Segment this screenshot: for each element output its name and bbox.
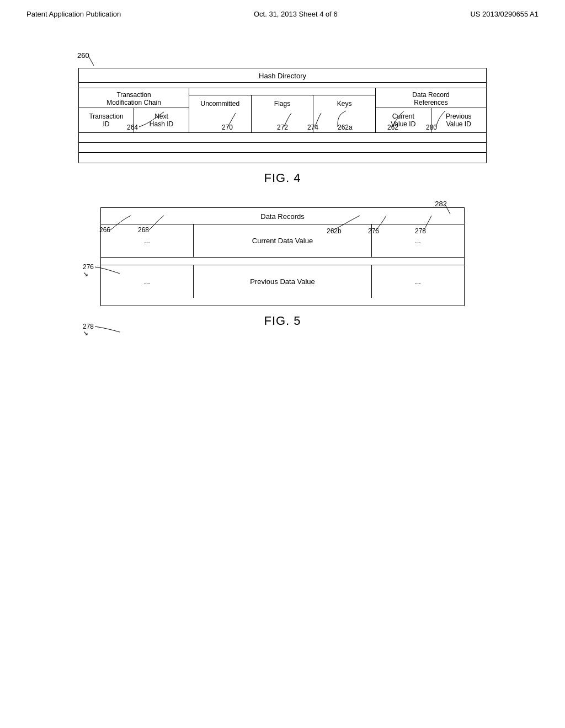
hash-directory-title: Hash Directory [259, 72, 306, 80]
header-center: Oct. 31, 2013 Sheet 4 of 6 [254, 10, 338, 18]
box-282: Data Records ... Current Data Value ... [100, 207, 465, 306]
fig4-caption: FIG. 4 [44, 171, 521, 185]
previous-cell-left: ... [101, 265, 194, 298]
tmc-cells: TransactionID NextHash ID [79, 108, 189, 132]
fig4-diagram: 260 Hash Directory TransactionModificati… [67, 68, 498, 163]
drc-cells: CurrentValue ID PreviousValue ID [376, 108, 486, 132]
middle-cells: Uncommitted Flags Keys [189, 95, 375, 132]
drc-box: Data RecordReferences CurrentValue ID Pr… [376, 88, 486, 132]
tmc-cell-2: NextHash ID [134, 108, 189, 132]
data-row-1 [79, 133, 486, 143]
inner-row: TransactionModification Chain Transactio… [79, 88, 486, 133]
current-cell-main: Current Data Value [194, 224, 372, 257]
header-left: Patent Application Publication [26, 10, 121, 18]
fig5-spacer [101, 258, 464, 265]
previous-cell-main: Previous Data Value [194, 265, 372, 298]
middle-cell-keys: Keys [313, 95, 375, 132]
svg-text:↘: ↘ [83, 270, 88, 278]
current-data-row: ... Current Data Value ... [101, 224, 464, 258]
hash-directory-header: Hash Directory [79, 68, 486, 83]
previous-cell-right: ... [372, 265, 464, 298]
header-right: US 2013/0290655 A1 [470, 10, 539, 18]
tmc-title: TransactionModification Chain [79, 88, 189, 108]
box-260: Hash Directory TransactionModification C… [78, 68, 487, 163]
drc-cell-previous: PreviousValue ID [431, 108, 487, 132]
label-260: 260 [77, 51, 89, 60]
drc-cell-current: CurrentValue ID [376, 108, 431, 132]
data-records-title: Data Records [260, 212, 304, 221]
patent-header: Patent Application Publication Oct. 31, … [0, 0, 565, 24]
svg-text:↘: ↘ [83, 329, 88, 337]
data-row-2 [79, 143, 486, 153]
fig5-caption: FIG. 5 [44, 314, 521, 328]
previous-data-row: ... Previous Data Value ... [101, 265, 464, 298]
separator-1 [79, 83, 486, 88]
drc-title: Data RecordReferences [376, 88, 486, 108]
svg-text:276: 276 [83, 263, 94, 271]
fig5-spacer2 [101, 298, 464, 306]
tmc-box: TransactionModification Chain Transactio… [79, 88, 189, 132]
fig5-diagram: 282 Data Records ... Current Data Value … [84, 207, 481, 306]
label-282: 282 [435, 200, 447, 208]
tmc-cell-1: TransactionID [79, 108, 134, 132]
main-content: 260 Hash Directory TransactionModificati… [0, 24, 565, 339]
middle-cell-uncommitted: Uncommitted [189, 95, 252, 132]
middle-section: Uncommitted Flags Keys [189, 88, 376, 132]
current-cell-right: ... [372, 224, 464, 257]
middle-cell-flags: Flags [252, 95, 314, 132]
bottom-data-rows [79, 133, 486, 163]
middle-spacer [189, 88, 375, 95]
data-records-header: Data Records [101, 208, 464, 224]
current-cell-left: ... [101, 224, 194, 257]
data-row-3 [79, 153, 486, 163]
